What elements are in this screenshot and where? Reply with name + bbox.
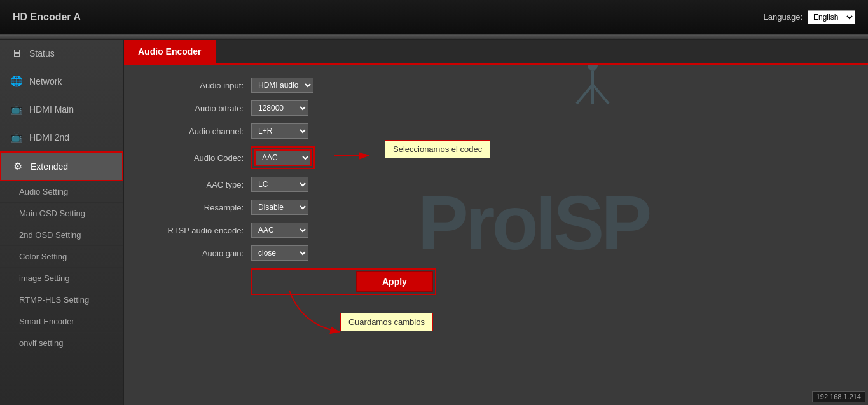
label-audio-input: Audio input: [149, 81, 251, 90]
select-rtsp-audio-encode[interactable]: AAC MP3 G711 [251, 223, 308, 238]
label-audio-bitrate: Audio bitrate: [149, 104, 251, 113]
globe-icon: 🌐 [10, 75, 23, 87]
language-label: Language: [764, 12, 803, 22]
sidebar-item-hdmi-2nd[interactable]: 📺 HDMI 2nd [0, 123, 123, 151]
display2-icon: 📺 [10, 131, 23, 143]
field-resample: Resample: Disable Enable [149, 200, 843, 215]
sidebar-sub-audio-setting[interactable]: Audio Setting [0, 181, 123, 203]
sidebar-sub-image-setting[interactable]: image Setting [0, 268, 123, 289]
field-audio-gain: Audio gain: close low mid high [149, 245, 843, 261]
sidebar-item-label: Network [29, 76, 62, 86]
app-title: HD Encoder A [13, 11, 81, 23]
header: HD Encoder A Language: English Chinese [0, 0, 868, 35]
ip-address-badge: 192.168.1.214 [812, 391, 865, 402]
label-aac-type: AAC type: [149, 180, 251, 189]
field-audio-codec: Audio Codec: AAC MP3 G711 Seleccionamos … [149, 146, 843, 169]
field-audio-bitrate: Audio bitrate: 128000 64000 32000 [149, 100, 843, 116]
apply-row: Apply Guardamos cambios [149, 268, 843, 295]
sidebar-item-label: HDMI Main [29, 104, 74, 114]
field-audio-channel: Audio channel: L+R L R [149, 123, 843, 139]
display-icon: 📺 [10, 103, 23, 115]
main-content: ProISP Audio Encoder Audio input: HDMI a [124, 40, 868, 405]
label-resample: Resample: [149, 203, 251, 212]
select-audio-channel[interactable]: L+R L R [251, 123, 308, 139]
select-audio-input[interactable]: HDMI audio Line in Disable [251, 78, 313, 93]
gear-icon: ⚙ [11, 160, 24, 172]
sidebar-sub-rtmp-hls[interactable]: RTMP-HLS Setting [0, 289, 123, 311]
language-dropdown[interactable]: English Chinese [808, 10, 855, 24]
select-audio-bitrate[interactable]: 128000 64000 32000 [251, 100, 308, 116]
sidebar: 🖥 Status 🌐 Network 📺 HDMI Main 📺 HDMI 2n… [0, 40, 124, 405]
form-area: Audio input: HDMI audio Line in Disable … [124, 65, 868, 315]
sidebar-item-label: HDMI 2nd [29, 132, 69, 142]
label-audio-gain: Audio gain: [149, 249, 251, 258]
apply-button[interactable]: Apply [356, 271, 433, 292]
sidebar-sub-color-setting[interactable]: Color Setting [0, 246, 123, 268]
field-aac-type: AAC type: LC HE HE-v2 [149, 177, 843, 192]
sidebar-item-network[interactable]: 🌐 Network [0, 67, 123, 95]
label-rtsp-audio-encode: RTSP audio encode: [149, 226, 251, 235]
monitor-icon: 🖥 [10, 48, 23, 59]
sidebar-sub-main-osd[interactable]: Main OSD Setting [0, 203, 123, 224]
tab-bar: Audio Encoder [124, 40, 868, 65]
apply-highlight-box: Apply [251, 268, 436, 295]
subheader-bar [0, 35, 868, 40]
callout-codec: Seleccionamos el codec [385, 140, 490, 158]
field-rtsp-audio-encode: RTSP audio encode: AAC MP3 G711 [149, 223, 843, 238]
select-resample[interactable]: Disable Enable [251, 200, 308, 215]
select-aac-type[interactable]: LC HE HE-v2 [251, 177, 308, 192]
label-audio-codec: Audio Codec: [149, 153, 251, 163]
sidebar-item-label: Extended [31, 161, 68, 172]
select-audio-gain[interactable]: close low mid high [251, 245, 308, 261]
sidebar-item-hdmi-main[interactable]: 📺 HDMI Main [0, 95, 123, 123]
callout-apply: Guardamos cambios [340, 313, 433, 331]
tab-audio-encoder[interactable]: Audio Encoder [124, 40, 216, 63]
sidebar-sub-2nd-osd[interactable]: 2nd OSD Setting [0, 224, 123, 246]
sidebar-sub-smart-encoder[interactable]: Smart Encoder [0, 311, 123, 333]
select-audio-codec[interactable]: AAC MP3 G711 [254, 149, 312, 166]
language-selector[interactable]: Language: English Chinese [764, 10, 855, 24]
label-audio-channel: Audio channel: [149, 127, 251, 136]
field-audio-input: Audio input: HDMI audio Line in Disable [149, 78, 843, 93]
sidebar-sub-onvif[interactable]: onvif setting [0, 333, 123, 354]
sidebar-item-status[interactable]: 🖥 Status [0, 40, 123, 67]
codec-highlight-box: AAC MP3 G711 [251, 146, 315, 169]
main-layout: 🖥 Status 🌐 Network 📺 HDMI Main 📺 HDMI 2n… [0, 40, 868, 405]
sidebar-item-label: Status [29, 48, 55, 58]
sidebar-item-extended[interactable]: ⚙ Extended [0, 151, 123, 181]
